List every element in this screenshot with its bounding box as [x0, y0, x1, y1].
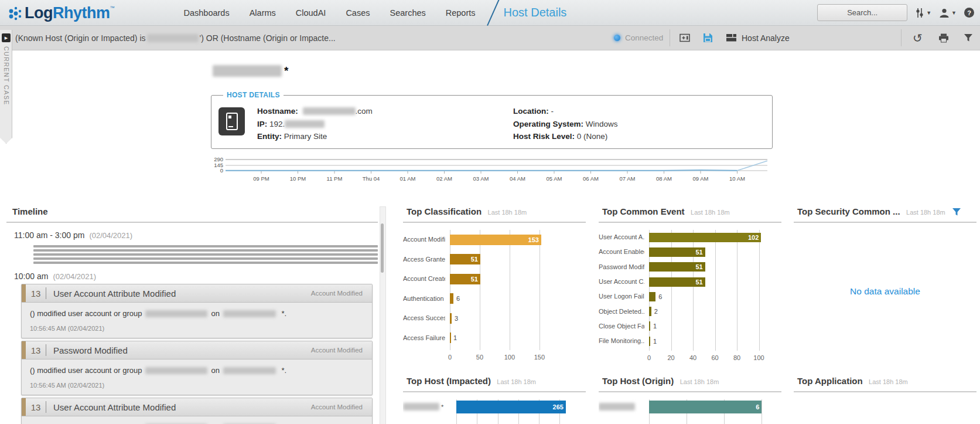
redacted-text — [285, 120, 325, 128]
timeline-event-card[interactable]: 13User Account Attribute ModifiedAccount… — [21, 398, 373, 424]
panel-title: Top Common Event — [602, 206, 685, 216]
print-button[interactable] — [938, 26, 949, 50]
current-case-tab[interactable]: ▶ CURRENT CASE — [0, 30, 12, 144]
redacted-row — [33, 262, 378, 264]
x-tick-label: 0 — [448, 354, 452, 361]
scrollbar-thumb[interactable] — [381, 223, 384, 273]
category-label: Access Success — [403, 308, 445, 328]
bar[interactable] — [450, 333, 451, 343]
category-label: Account Enabled — [599, 245, 644, 259]
bar[interactable] — [649, 292, 655, 301]
group-date: (02/04/2021) — [53, 272, 96, 281]
panel-subtitle: Last 18h 18m — [488, 209, 527, 216]
panel-filter-button[interactable] — [952, 208, 961, 219]
timeline-event-card[interactable]: 13Password ModifiedAccount Modified() mo… — [21, 341, 373, 395]
host-analyze-button[interactable]: Host Analyze — [726, 26, 790, 50]
timeline-event-card[interactable]: 13User Account Attribute ModifiedAccount… — [21, 284, 373, 338]
x-tick-label: 100 — [753, 354, 764, 361]
divider — [46, 401, 46, 413]
layout-grid-icon — [726, 34, 736, 42]
search-button[interactable]: Search... — [817, 4, 907, 21]
panel-top-common-event: Top Common Event Last 18h 18m 0204060801… — [599, 206, 781, 364]
category-label: Access Granted — [403, 250, 445, 270]
bar[interactable]: 51 — [649, 262, 705, 272]
value-label: 51 — [471, 256, 478, 263]
event-color-stripe — [22, 341, 26, 359]
value-label: 265 — [553, 403, 564, 411]
panel-subtitle: Last 18h 18m — [691, 209, 730, 216]
category-label: Authentication ... — [403, 289, 445, 309]
event-timestamp: 10:56:45 AM (02/04/2021) — [30, 382, 364, 389]
query-text-before: (Known Host (Origin or Impacted) is — [15, 33, 146, 43]
panel-top-security-common: Top Security Common ... Last 18h 18m No … — [794, 206, 976, 297]
event-description: () modified user account or groupon *. — [30, 366, 286, 375]
divider — [46, 344, 46, 356]
user-menu[interactable]: ▼ — [939, 8, 957, 18]
panel-header: Top Host (Origin) Last 18h 18m — [599, 376, 781, 392]
event-count: 13 — [26, 402, 46, 412]
event-title: User Account Attribute Modified — [53, 402, 311, 412]
nav-item-cases[interactable]: Cases — [346, 8, 370, 18]
bar[interactable]: 153 — [450, 235, 541, 245]
bar[interactable] — [649, 307, 651, 316]
logo-text-2: Rhythm — [53, 3, 110, 23]
add-widget-button[interactable] — [679, 26, 690, 50]
event-body: () modified user account or groupon *.10… — [22, 303, 372, 338]
help-icon[interactable]: ? — [964, 8, 974, 18]
panel-title: Timeline — [12, 206, 48, 216]
nav-item-alarms[interactable]: Alarms — [250, 8, 276, 18]
os-field: Operating System: Windows — [513, 118, 618, 131]
divider — [901, 29, 902, 46]
no-data-message: No data available — [794, 286, 976, 297]
bar[interactable]: 51 — [649, 247, 705, 257]
x-tick-label: 20 — [667, 354, 674, 361]
group-time: 10:00 am — [14, 272, 48, 281]
refresh-button[interactable]: ↺ — [913, 26, 923, 50]
timeline-scrollbar[interactable] — [380, 206, 386, 424]
category-label — [599, 399, 644, 415]
bar[interactable]: 51 — [450, 254, 480, 264]
bar[interactable] — [649, 321, 650, 331]
filter-query[interactable]: (Known Host (Origin or Impacted) is ') O… — [15, 26, 336, 50]
nav-item-reports[interactable]: Reports — [446, 8, 476, 18]
bar[interactable] — [649, 337, 650, 346]
event-description: () modified user account or groupon *. — [30, 309, 286, 318]
panel-title: Top Security Common ... — [797, 206, 900, 216]
panel-title: Top Host (Origin) — [602, 376, 674, 386]
value-label: 102 — [748, 234, 759, 241]
bar[interactable] — [450, 313, 452, 324]
chart-row: User Account C...51 — [599, 274, 781, 289]
save-search-button[interactable] — [703, 26, 713, 50]
logrhythm-logo[interactable]: LogRhythm ™ — [8, 3, 114, 23]
x-tick-label: 80 — [733, 354, 740, 361]
bar[interactable]: 265 — [456, 401, 566, 413]
panel-header: Top Application Last 18h 18m — [794, 376, 976, 392]
value-label: 1 — [653, 323, 657, 330]
panel-top-host-origin: Top Host (Origin) Last 18h 18m 6 — [599, 376, 781, 424]
redacted-text — [223, 310, 276, 317]
x-tick-label: 100 — [504, 354, 515, 361]
timeline-header: Timeline — [6, 206, 378, 223]
category-label: * — [403, 399, 452, 415]
host-details-legend: HOST DETAILS — [223, 91, 284, 99]
nav-item-cloudai[interactable]: CloudAI — [296, 8, 326, 18]
filter-button[interactable] — [964, 26, 973, 50]
x-tick-label: 0 — [647, 354, 651, 361]
chart-row: Access Granted51 — [403, 250, 586, 270]
chart-row: Object Deleted...2 — [599, 304, 781, 319]
bar[interactable] — [450, 293, 453, 304]
host-activity-sparkline[interactable]: 290145009 PM10 PM11 PMThu 0401 AM02 AM03… — [213, 154, 769, 186]
panel-top-application: Top Application Last 18h 18m — [794, 376, 976, 392]
chart-row: 6 — [599, 399, 781, 415]
nav-item-searches[interactable]: Searches — [390, 8, 426, 18]
chart-row: *265 — [403, 399, 586, 415]
main-nav: DashboardsAlarmsCloudAICasesSearchesRepo… — [183, 8, 475, 18]
bar[interactable]: 102 — [649, 233, 761, 242]
event-body: () modified user account or groupon *.10… — [22, 416, 372, 424]
bar[interactable]: 51 — [450, 274, 480, 284]
nav-item-dashboards[interactable]: Dashboards — [183, 8, 229, 18]
bar[interactable]: 51 — [649, 277, 705, 287]
y-tick-label: 0 — [213, 167, 223, 174]
preferences-menu[interactable]: ▼ — [915, 8, 931, 18]
bar[interactable]: 6 — [649, 401, 762, 413]
